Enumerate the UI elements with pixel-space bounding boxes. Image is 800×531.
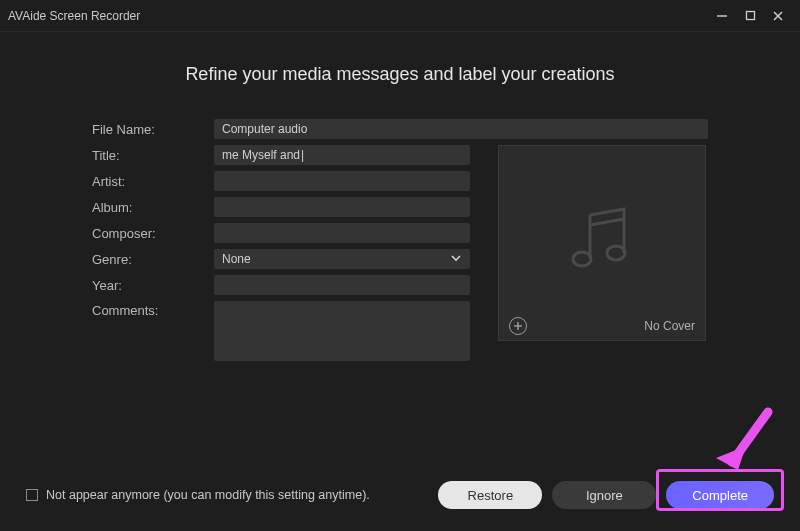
label-title: Title: (92, 148, 214, 163)
content-area: Refine your media messages and label you… (0, 32, 800, 361)
app-title: AVAide Screen Recorder (8, 9, 140, 23)
svg-line-8 (732, 412, 768, 462)
close-button[interactable] (764, 2, 792, 30)
titlebar: AVAide Screen Recorder (0, 0, 800, 32)
complete-button[interactable]: Complete (666, 481, 774, 509)
add-cover-button[interactable] (509, 317, 527, 335)
label-album: Album: (92, 200, 214, 215)
title-field[interactable]: me Myself and (214, 145, 470, 165)
label-artist: Artist: (92, 174, 214, 189)
comments-field[interactable] (214, 301, 470, 361)
no-cover-label: No Cover (644, 319, 695, 333)
maximize-button[interactable] (736, 2, 764, 30)
not-appear-label: Not appear anymore (you can modify this … (46, 488, 370, 502)
ignore-button[interactable]: Ignore (552, 481, 656, 509)
cover-art-box: No Cover (498, 145, 706, 341)
label-composer: Composer: (92, 226, 214, 241)
restore-button[interactable]: Restore (438, 481, 542, 509)
annotation-arrow-icon (690, 400, 790, 490)
footer: Not appear anymore (you can modify this … (0, 481, 800, 509)
svg-rect-1 (746, 12, 754, 20)
album-field[interactable] (214, 197, 470, 217)
svg-point-5 (607, 246, 625, 260)
not-appear-checkbox[interactable] (26, 489, 38, 501)
minimize-button[interactable] (708, 2, 736, 30)
year-field[interactable] (214, 275, 470, 295)
label-genre: Genre: (92, 252, 214, 267)
artist-field[interactable] (214, 171, 470, 191)
chevron-down-icon (450, 252, 462, 267)
filename-field[interactable] (214, 119, 708, 139)
music-note-icon (560, 199, 644, 287)
label-filename: File Name: (92, 122, 214, 137)
label-year: Year: (92, 278, 214, 293)
page-heading: Refine your media messages and label you… (92, 64, 708, 85)
label-comments: Comments: (92, 301, 214, 318)
composer-field[interactable] (214, 223, 470, 243)
svg-point-4 (573, 252, 591, 266)
genre-value: None (222, 252, 251, 266)
genre-select[interactable]: None (214, 249, 470, 269)
